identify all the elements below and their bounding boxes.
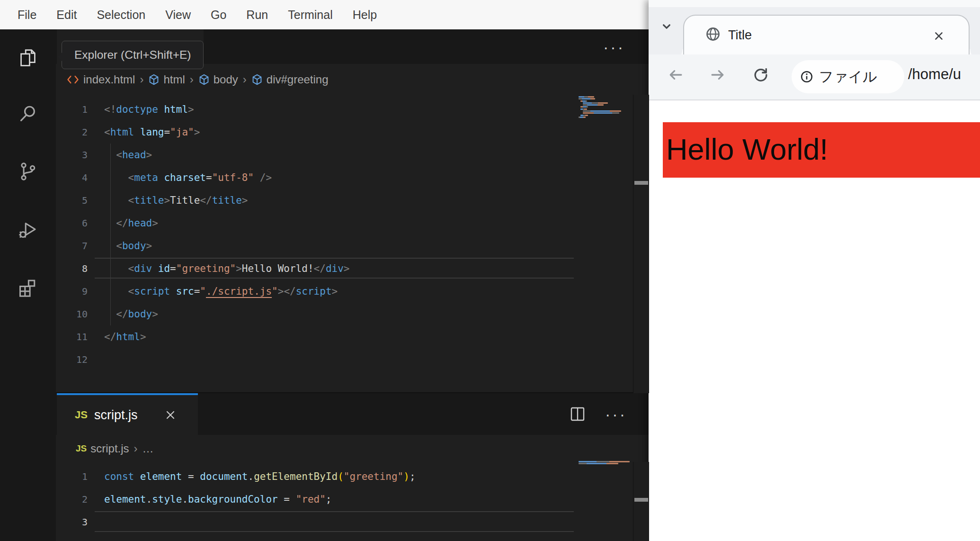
activity-search-icon[interactable]	[0, 101, 56, 126]
more-actions-icon[interactable]: ···	[603, 39, 625, 55]
code-token: </	[116, 217, 128, 229]
menu-selection[interactable]: Selection	[87, 8, 155, 22]
menu-go[interactable]: Go	[201, 8, 236, 22]
minimap-line	[579, 96, 594, 98]
code-token: >	[188, 104, 194, 115]
code-token: >	[344, 263, 350, 274]
breadcrumb-separator: ›	[243, 73, 247, 86]
back-icon[interactable]	[667, 66, 685, 84]
code-text: <!doctype html>	[104, 104, 194, 115]
scrollbar-thumb[interactable]	[634, 498, 648, 502]
address-url[interactable]: /home/u	[908, 66, 961, 83]
code-line[interactable]: 7 <body>	[56, 234, 633, 257]
code-token	[104, 217, 116, 229]
line-number: 4	[56, 172, 88, 183]
close-tab-icon[interactable]	[165, 409, 176, 421]
code-text: <head>	[104, 149, 152, 161]
code-line[interactable]: 3	[56, 511, 633, 533]
code-line[interactable]: 1const element = document.getElementById…	[56, 465, 633, 488]
code-line[interactable]: 8 <div id="greeting">Hello World!</div>	[56, 257, 633, 280]
breadcrumb-item[interactable]: div#greeting	[251, 73, 329, 86]
explorer-tooltip: Explorer (Ctrl+Shift+E)	[62, 41, 204, 69]
menu-help[interactable]: Help	[343, 8, 387, 22]
cube-icon	[251, 74, 263, 85]
editor-scrollbar[interactable]	[633, 95, 649, 393]
greeting-div: Hello World!	[663, 122, 980, 178]
editor-index-html[interactable]: 1<!doctype html>2<html lang="ja">3 <head…	[56, 95, 633, 393]
breadcrumb-label: div#greeting	[267, 73, 329, 86]
code-line[interactable]: 2<html lang="ja">	[56, 121, 633, 144]
code-token: html	[110, 126, 134, 138]
minimap-line	[580, 106, 588, 108]
code-token: </	[314, 263, 326, 274]
breadcrumb: JS script.js › …	[56, 435, 650, 462]
activity-source-control-icon[interactable]	[0, 159, 56, 184]
reload-icon[interactable]	[752, 66, 770, 84]
scrollbar-thumb[interactable]	[634, 181, 648, 185]
line-number: 10	[56, 308, 88, 320]
activity-run-and-debug-icon[interactable]	[0, 218, 56, 243]
minimap-line	[580, 108, 587, 110]
code-token: >	[194, 126, 200, 138]
code-line[interactable]: 4 <meta charset="utf-8" />	[56, 166, 633, 189]
minimap[interactable]	[579, 96, 632, 121]
breadcrumb-item[interactable]: index.html	[66, 73, 135, 86]
code-line[interactable]: 9 <script src="./script.js"></script>	[56, 280, 633, 303]
code-line[interactable]: 3 <head>	[56, 144, 633, 166]
activity-explorer-icon[interactable]	[0, 45, 56, 70]
code-line[interactable]: 11</html>	[56, 325, 633, 348]
menu-view[interactable]: View	[155, 8, 201, 22]
split-editor-icon[interactable]	[570, 406, 585, 422]
breadcrumb-item[interactable]: body	[198, 73, 238, 86]
code-token: .	[146, 494, 152, 505]
minimap[interactable]	[579, 461, 632, 467]
javascript-file-icon: JS	[75, 409, 88, 421]
code-token: head	[122, 149, 146, 161]
code-text: <div id="greeting">Hello World!</div>	[104, 263, 349, 274]
code-token: <	[128, 263, 134, 274]
breadcrumb-item[interactable]: …	[143, 442, 154, 455]
code-line[interactable]: 12	[56, 348, 633, 371]
code-line[interactable]: 6 </head>	[56, 212, 633, 234]
menu-run[interactable]: Run	[236, 8, 278, 22]
tab-search-chevron-icon[interactable]	[658, 18, 675, 35]
more-actions-icon[interactable]: ···	[605, 406, 627, 422]
code-token: =	[170, 263, 176, 274]
breadcrumb-separator: ›	[140, 73, 143, 86]
activity-extensions-icon[interactable]	[0, 277, 56, 301]
code-token: <!	[104, 104, 116, 115]
minimap-line	[579, 461, 630, 462]
screenshot-root: FileEditSelectionViewGoRunTerminalHelp ·…	[0, 0, 980, 541]
line-number: 7	[56, 240, 88, 252]
code-token: id	[152, 263, 170, 274]
code-token: script	[296, 286, 332, 297]
code-token: style	[152, 494, 182, 505]
code-token: Title	[170, 195, 200, 206]
tab-script-js[interactable]: JS script.js	[57, 393, 198, 435]
file-scheme-chip[interactable]: ファイル	[792, 60, 904, 93]
minimap-line	[583, 102, 608, 104]
line-number: 5	[56, 195, 88, 206]
menu-terminal[interactable]: Terminal	[278, 8, 342, 22]
editor-scrollbar[interactable]	[633, 462, 649, 541]
line-number: 11	[56, 331, 88, 343]
close-tab-icon[interactable]	[932, 29, 946, 43]
chip-label: ファイル	[819, 67, 877, 87]
code-line[interactable]: 1<!doctype html>	[56, 98, 633, 121]
minimap-line	[583, 104, 604, 106]
editor-script-js[interactable]: 1const element = document.getElementById…	[56, 462, 633, 541]
code-line[interactable]: 2element.style.backgroundColor = "red";	[56, 488, 633, 511]
code-token: Hello World!	[242, 263, 314, 274]
breadcrumb-item[interactable]: html	[148, 73, 185, 86]
code-token	[104, 263, 128, 274]
code-token: title	[134, 195, 164, 206]
menu-edit[interactable]: Edit	[46, 8, 87, 22]
line-number: 2	[56, 494, 88, 505]
code-line[interactable]: 5 <title>Title</title>	[56, 189, 633, 212]
code-line[interactable]: 10 </body>	[56, 303, 633, 325]
menu-file[interactable]: File	[8, 8, 46, 22]
breadcrumb-item[interactable]: JS script.js	[76, 442, 129, 455]
minimap-line	[583, 112, 619, 114]
forward-icon[interactable]	[709, 66, 727, 84]
code-token: =	[164, 126, 170, 138]
